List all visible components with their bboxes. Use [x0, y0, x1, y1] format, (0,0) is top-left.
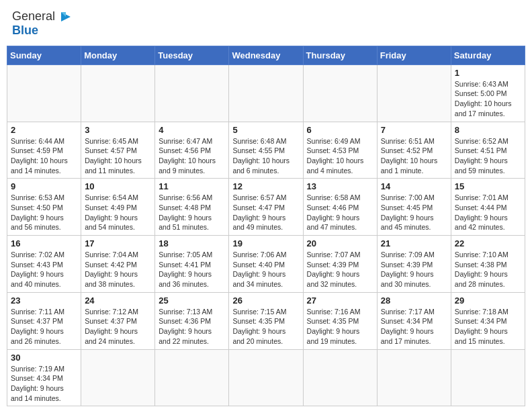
day-number: 12 — [232, 181, 299, 191]
calendar-cell: 6Sunrise: 6:49 AM Sunset: 4:53 PM Daylig… — [303, 122, 377, 179]
week-row-3: 9Sunrise: 6:53 AM Sunset: 4:50 PM Daylig… — [7, 179, 525, 236]
calendar-cell — [377, 64, 451, 122]
calendar-cell — [303, 349, 377, 406]
calendar-cell: 3Sunrise: 6:45 AM Sunset: 4:57 PM Daylig… — [81, 122, 155, 179]
week-row-1: 1Sunrise: 6:43 AM Sunset: 5:00 PM Daylig… — [7, 64, 525, 122]
calendar-cell: 20Sunrise: 7:07 AM Sunset: 4:39 PM Dayli… — [303, 236, 377, 293]
day-number: 25 — [159, 295, 225, 306]
day-number: 23 — [11, 295, 77, 306]
day-info: Sunrise: 6:56 AM Sunset: 4:48 PM Dayligh… — [159, 193, 225, 232]
day-number: 16 — [11, 238, 77, 248]
day-number: 19 — [232, 238, 299, 248]
day-info: Sunrise: 7:00 AM Sunset: 4:45 PM Dayligh… — [381, 193, 447, 232]
calendar-cell: 26Sunrise: 7:15 AM Sunset: 4:35 PM Dayli… — [229, 292, 303, 349]
calendar-cell — [155, 64, 229, 122]
day-number: 20 — [307, 238, 373, 248]
day-number: 3 — [85, 125, 151, 135]
page-header: General Blue — [7, 7, 525, 40]
day-number: 13 — [307, 181, 373, 191]
calendar-cell: 4Sunrise: 6:47 AM Sunset: 4:56 PM Daylig… — [155, 122, 229, 179]
calendar-cell: 2Sunrise: 6:44 AM Sunset: 4:59 PM Daylig… — [7, 122, 81, 179]
calendar-cell: 8Sunrise: 6:52 AM Sunset: 4:51 PM Daylig… — [451, 122, 525, 179]
calendar-cell: 9Sunrise: 6:53 AM Sunset: 4:50 PM Daylig… — [7, 179, 81, 236]
day-info: Sunrise: 6:53 AM Sunset: 4:50 PM Dayligh… — [11, 193, 77, 232]
day-info: Sunrise: 7:04 AM Sunset: 4:42 PM Dayligh… — [85, 250, 151, 289]
weekday-header-sunday: Sunday — [7, 46, 81, 64]
day-number: 4 — [159, 125, 225, 135]
day-info: Sunrise: 6:51 AM Sunset: 4:52 PM Dayligh… — [381, 136, 447, 176]
day-number: 8 — [455, 125, 521, 135]
calendar-cell: 28Sunrise: 7:17 AM Sunset: 4:34 PM Dayli… — [377, 292, 451, 349]
calendar-cell — [155, 349, 229, 406]
day-number: 28 — [381, 295, 447, 306]
calendar-cell: 17Sunrise: 7:04 AM Sunset: 4:42 PM Dayli… — [81, 236, 155, 293]
day-number: 6 — [307, 125, 373, 135]
day-number: 26 — [232, 295, 299, 306]
calendar-cell: 12Sunrise: 6:57 AM Sunset: 4:47 PM Dayli… — [229, 179, 303, 236]
day-number: 29 — [455, 295, 521, 306]
calendar-cell: 21Sunrise: 7:09 AM Sunset: 4:39 PM Dayli… — [377, 236, 451, 293]
week-row-2: 2Sunrise: 6:44 AM Sunset: 4:59 PM Daylig… — [7, 122, 525, 179]
day-info: Sunrise: 7:02 AM Sunset: 4:43 PM Dayligh… — [11, 250, 77, 289]
day-info: Sunrise: 7:18 AM Sunset: 4:34 PM Dayligh… — [455, 307, 521, 347]
weekday-header-monday: Monday — [81, 46, 155, 64]
day-info: Sunrise: 7:10 AM Sunset: 4:38 PM Dayligh… — [455, 250, 521, 289]
day-number: 18 — [159, 238, 225, 248]
day-info: Sunrise: 7:17 AM Sunset: 4:34 PM Dayligh… — [381, 307, 447, 347]
calendar-cell: 19Sunrise: 7:06 AM Sunset: 4:40 PM Dayli… — [229, 236, 303, 293]
day-info: Sunrise: 6:49 AM Sunset: 4:53 PM Dayligh… — [307, 136, 373, 176]
calendar-cell — [81, 64, 155, 122]
day-info: Sunrise: 6:52 AM Sunset: 4:51 PM Dayligh… — [455, 136, 521, 176]
weekday-header-friday: Friday — [377, 46, 451, 64]
weekday-header-row: SundayMondayTuesdayWednesdayThursdayFrid… — [7, 46, 525, 64]
calendar-cell: 15Sunrise: 7:01 AM Sunset: 4:44 PM Dayli… — [451, 179, 525, 236]
calendar-cell: 10Sunrise: 6:54 AM Sunset: 4:49 PM Dayli… — [81, 179, 155, 236]
day-number: 10 — [85, 181, 151, 191]
day-number: 27 — [307, 295, 373, 306]
calendar-cell — [451, 349, 525, 406]
day-info: Sunrise: 7:09 AM Sunset: 4:39 PM Dayligh… — [381, 250, 447, 289]
day-info: Sunrise: 7:05 AM Sunset: 4:41 PM Dayligh… — [159, 250, 225, 289]
calendar-cell: 13Sunrise: 6:58 AM Sunset: 4:46 PM Dayli… — [303, 179, 377, 236]
day-number: 7 — [381, 125, 447, 135]
day-info: Sunrise: 7:13 AM Sunset: 4:36 PM Dayligh… — [159, 307, 225, 347]
weekday-header-saturday: Saturday — [451, 46, 525, 64]
day-number: 30 — [11, 353, 77, 363]
day-info: Sunrise: 7:01 AM Sunset: 4:44 PM Dayligh… — [455, 193, 521, 232]
calendar-cell: 22Sunrise: 7:10 AM Sunset: 4:38 PM Dayli… — [451, 236, 525, 293]
day-number: 2 — [11, 125, 77, 135]
day-info: Sunrise: 7:16 AM Sunset: 4:35 PM Dayligh… — [307, 307, 373, 347]
day-number: 9 — [11, 181, 77, 191]
calendar-cell: 5Sunrise: 6:48 AM Sunset: 4:55 PM Daylig… — [229, 122, 303, 179]
logo: General Blue — [12, 9, 72, 38]
day-info: Sunrise: 7:12 AM Sunset: 4:37 PM Dayligh… — [85, 307, 151, 347]
calendar-cell: 30Sunrise: 7:19 AM Sunset: 4:34 PM Dayli… — [7, 349, 81, 406]
day-info: Sunrise: 6:48 AM Sunset: 4:55 PM Dayligh… — [232, 136, 299, 176]
day-info: Sunrise: 6:58 AM Sunset: 4:46 PM Dayligh… — [307, 193, 373, 232]
calendar-cell — [7, 64, 81, 122]
calendar-cell — [229, 349, 303, 406]
day-info: Sunrise: 6:54 AM Sunset: 4:49 PM Dayligh… — [85, 193, 151, 232]
calendar-cell: 14Sunrise: 7:00 AM Sunset: 4:45 PM Dayli… — [377, 179, 451, 236]
day-info: Sunrise: 7:06 AM Sunset: 4:40 PM Dayligh… — [232, 250, 299, 289]
calendar-cell: 24Sunrise: 7:12 AM Sunset: 4:37 PM Dayli… — [81, 292, 155, 349]
weekday-header-tuesday: Tuesday — [155, 46, 229, 64]
weekday-header-wednesday: Wednesday — [229, 46, 303, 64]
calendar-cell: 16Sunrise: 7:02 AM Sunset: 4:43 PM Dayli… — [7, 236, 81, 293]
day-info: Sunrise: 6:43 AM Sunset: 5:00 PM Dayligh… — [455, 79, 521, 119]
day-number: 5 — [232, 125, 299, 135]
calendar-cell — [81, 349, 155, 406]
day-number: 11 — [159, 181, 225, 191]
calendar-cell: 29Sunrise: 7:18 AM Sunset: 4:34 PM Dayli… — [451, 292, 525, 349]
calendar-cell — [303, 64, 377, 122]
calendar-cell: 11Sunrise: 6:56 AM Sunset: 4:48 PM Dayli… — [155, 179, 229, 236]
calendar-cell — [229, 64, 303, 122]
day-info: Sunrise: 7:07 AM Sunset: 4:39 PM Dayligh… — [307, 250, 373, 289]
weekday-header-thursday: Thursday — [303, 46, 377, 64]
week-row-4: 16Sunrise: 7:02 AM Sunset: 4:43 PM Dayli… — [7, 236, 525, 293]
calendar-cell: 18Sunrise: 7:05 AM Sunset: 4:41 PM Dayli… — [155, 236, 229, 293]
day-info: Sunrise: 6:45 AM Sunset: 4:57 PM Dayligh… — [85, 136, 151, 176]
day-info: Sunrise: 6:44 AM Sunset: 4:59 PM Dayligh… — [11, 136, 77, 176]
day-info: Sunrise: 6:57 AM Sunset: 4:47 PM Dayligh… — [232, 193, 299, 232]
calendar-cell: 7Sunrise: 6:51 AM Sunset: 4:52 PM Daylig… — [377, 122, 451, 179]
